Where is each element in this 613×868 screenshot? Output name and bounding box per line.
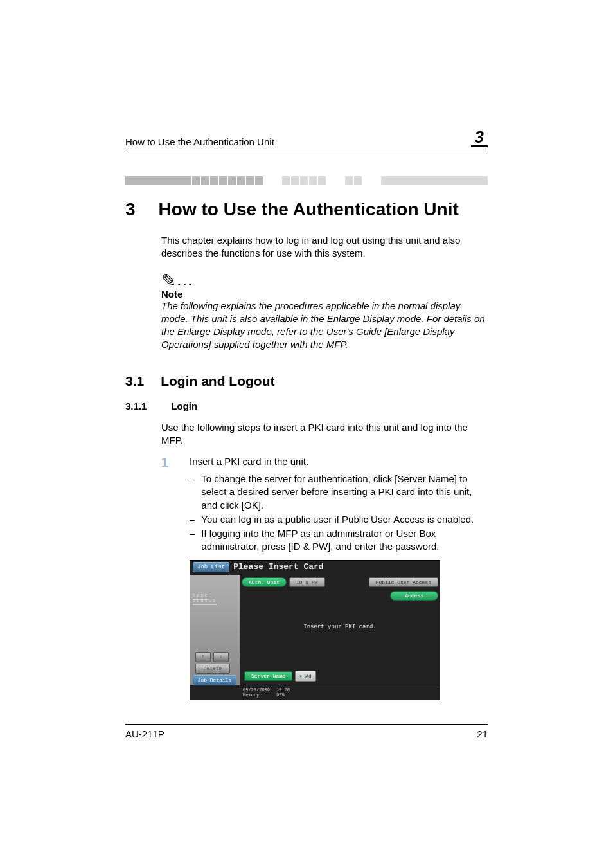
scroll-up-button[interactable]: ↑	[195, 652, 211, 662]
decorative-bar	[125, 176, 488, 185]
subsection-number: 3.1.1	[125, 401, 147, 411]
job-details-button[interactable]: Job Details	[193, 675, 236, 685]
subsection-title: Login	[171, 401, 197, 411]
footer-memory-label: Memory	[243, 693, 270, 698]
note-label: Note	[161, 289, 488, 300]
id-pw-tab[interactable]: ID & PW	[289, 577, 325, 587]
list-item: –If logging into the MFP as an administr…	[190, 527, 488, 554]
insert-card-message: Insert your PKI card.	[242, 624, 438, 630]
step-1-sublist: –To change the server for authentication…	[190, 473, 488, 554]
login-intro: Use the following steps to insert a PKI …	[161, 421, 488, 448]
mfp-login-screenshot: Job List Please Insert Card Name Status …	[190, 560, 440, 700]
footer-time: 10:20	[276, 688, 290, 692]
list-item: –To change the server for authentication…	[190, 473, 488, 512]
job-sidebar: Name Status ↑ ↓ Delete Job Details	[190, 575, 240, 685]
chapter-number-badge: 3	[471, 129, 488, 147]
scroll-down-button[interactable]: ↓	[213, 652, 229, 662]
screen-footer: 05/25/2009 Memory 10:20 98%	[242, 687, 438, 699]
running-header: How to Use the Authentication Unit 3	[125, 129, 488, 150]
access-button[interactable]: Access	[390, 591, 438, 601]
footer-model: AU-211P	[125, 728, 164, 739]
subsection-heading: 3.1.1 Login	[125, 401, 488, 411]
note-block: ✎... Note The following explains the pro…	[161, 272, 488, 352]
step-text: Insert a PKI card in the unit.	[190, 456, 308, 469]
chapter-title-text: How to Use the Authentication Unit	[159, 199, 459, 220]
footer-date: 05/25/2009	[243, 688, 270, 692]
note-icon: ✎...	[161, 272, 488, 290]
intro-paragraph: This chapter explains how to log in and …	[161, 234, 488, 260]
server-name-value: Ad	[305, 673, 312, 679]
section-title: Login and Logout	[161, 374, 274, 389]
step-1: 1 Insert a PKI card in the unit.	[161, 456, 488, 469]
step-number: 1	[161, 456, 172, 469]
section-number: 3.1	[125, 374, 144, 389]
public-user-access-button[interactable]: Public User Access	[369, 577, 438, 587]
section-heading: 3.1 Login and Logout	[125, 374, 488, 389]
delete-button[interactable]: Delete	[195, 664, 230, 674]
server-name-button[interactable]: Server Name	[244, 671, 292, 681]
chapter-title: 3 How to Use the Authentication Unit	[125, 199, 488, 220]
running-title: How to Use the Authentication Unit	[125, 136, 274, 147]
note-text: The following explains the procedures ap…	[161, 300, 488, 352]
chapter-number: 3	[125, 199, 136, 220]
footer-page-number: 21	[477, 728, 488, 739]
dropdown-icon: ▸	[299, 673, 303, 680]
sidebar-col-status: Status	[193, 598, 217, 605]
footer-memory-value: 98%	[276, 693, 290, 698]
list-item: –You can log in as a public user if Publ…	[190, 513, 488, 526]
page-footer: AU-211P 21	[125, 724, 488, 739]
auth-unit-tab[interactable]: Auth. Unit	[242, 577, 287, 587]
screen-title: Please Insert Card	[233, 562, 323, 572]
server-name-field[interactable]: ▸ Ad	[295, 671, 316, 682]
job-list-button[interactable]: Job List	[193, 562, 229, 572]
